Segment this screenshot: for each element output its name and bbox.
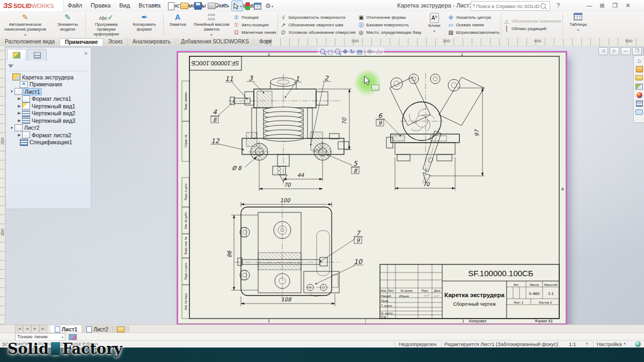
design-library-icon[interactable] bbox=[635, 74, 643, 82]
center-mark-button[interactable]: ⊕Указатель центра bbox=[447, 14, 499, 21]
auto-dimension-button[interactable]: ✎ Автоматическое нанесение размеров▾ bbox=[0, 12, 50, 38]
options-button[interactable]: ⚙︎▾ bbox=[264, 1, 275, 11]
help-search-box[interactable]: ? bbox=[471, 1, 550, 11]
doc-restore-icon[interactable]: ❐ bbox=[632, 47, 642, 55]
weld-symbol-button[interactable]: ↗Обозначение сварного шва bbox=[280, 21, 355, 28]
close-button[interactable]: ✕ bbox=[623, 1, 633, 10]
hatch-button[interactable]: ▨Штриховка/заполнить bbox=[447, 29, 499, 36]
hole-callout-button[interactable]: ∅Условное обозначение отверстия bbox=[280, 29, 355, 36]
print-button[interactable]: ▾ bbox=[206, 1, 219, 11]
hide-show-items-icon[interactable]: ◬▾ bbox=[376, 47, 382, 56]
tree-item-view2[interactable]: ▶ Чертежный вид2 bbox=[7, 110, 90, 117]
menu-view[interactable]: Вид bbox=[115, 0, 134, 11]
dim-side-height[interactable]: 97 bbox=[474, 129, 480, 136]
geometric-tolerance-button[interactable]: ▣Отклонение формы bbox=[357, 14, 421, 21]
tab-annotation[interactable]: Примечание bbox=[60, 38, 103, 46]
tab-view-layout[interactable]: Расположение вида bbox=[0, 38, 60, 46]
rebuild-button[interactable] bbox=[244, 1, 252, 11]
prev-sheet-icon[interactable]: ◀ bbox=[23, 325, 31, 333]
tree-item-bom[interactable]: Спецификация1 bbox=[7, 139, 90, 146]
view-settings-eye-icon[interactable]: ◉▾ bbox=[367, 47, 374, 56]
balloon-11[interactable]: 11 bbox=[225, 75, 233, 83]
format-painter-button[interactable]: ✒ Копировать формат bbox=[126, 12, 163, 38]
blocks-button[interactable]: A° Блоки▾ bbox=[422, 12, 446, 38]
tables-button[interactable]: Таблицы▾ bbox=[564, 12, 592, 38]
dim-bottom-100[interactable]: 100 bbox=[280, 197, 291, 203]
doc-minimize-icon[interactable]: — bbox=[621, 47, 631, 55]
custom-properties-icon[interactable] bbox=[635, 100, 643, 107]
last-sheet-icon[interactable]: ▶| bbox=[39, 325, 47, 333]
tree-item-view3[interactable]: ▶ Чертежный вид3 bbox=[7, 117, 90, 124]
zoom-area-icon[interactable]: ▢ bbox=[327, 48, 333, 55]
first-sheet-icon[interactable]: |◀ bbox=[15, 325, 23, 333]
resources-icon[interactable] bbox=[635, 65, 643, 73]
save-button[interactable]: ▾ bbox=[193, 1, 206, 11]
globe-icon[interactable] bbox=[635, 341, 641, 347]
status-settings[interactable]: Настройка bbox=[597, 341, 622, 347]
panel-expand-chevron[interactable]: > bbox=[84, 50, 87, 56]
linear-note-pattern-button[interactable]: AAAAAA Линейный массив заметок▾ bbox=[191, 12, 232, 38]
dim-front-44[interactable]: 44 bbox=[297, 172, 304, 178]
tree-item-annotations[interactable]: Примечания bbox=[7, 81, 90, 88]
minimize-button[interactable]: — bbox=[584, 1, 595, 10]
menu-insert[interactable]: Вставка bbox=[134, 0, 165, 11]
feature-tree-tab[interactable] bbox=[7, 49, 26, 61]
tree-item-view1[interactable]: ▶ Чертежный вид1 bbox=[7, 102, 90, 110]
side-dimensions[interactable]: 97 70 bbox=[395, 88, 485, 190]
balloon-button[interactable]: ①Позиция bbox=[233, 14, 276, 21]
balloon-6[interactable]: 6 bbox=[378, 112, 383, 120]
balloon-3[interactable]: 3 bbox=[248, 75, 253, 82]
next-window-icon[interactable]: ▷ bbox=[610, 47, 619, 55]
dim-front-width[interactable]: 70 bbox=[284, 182, 291, 188]
scale-caret-icon[interactable]: ▴ bbox=[586, 341, 588, 345]
bottom-dimensions[interactable]: 100 86 108 bbox=[226, 197, 335, 306]
tree-item-sheet2[interactable]: ▼ Лист2 bbox=[7, 124, 90, 132]
centerline-button[interactable]: ▭Осевая линия bbox=[447, 21, 499, 28]
tree-item-sheet1[interactable]: ▼ Лист1 bbox=[7, 88, 90, 95]
zoom-fit-icon[interactable] bbox=[320, 49, 325, 54]
display-pane-tab[interactable] bbox=[27, 49, 47, 61]
revision-cloud-button[interactable]: Облако редакций bbox=[503, 25, 561, 32]
pan-icon[interactable]: ✥ bbox=[342, 48, 347, 55]
appearances-icon[interactable] bbox=[635, 91, 643, 99]
home-icon[interactable]: ⌂ bbox=[635, 57, 643, 64]
dim-front-hole[interactable]: Ø 8 bbox=[232, 165, 242, 171]
file-properties-button[interactable] bbox=[252, 1, 263, 11]
balloon-4[interactable]: 4 bbox=[213, 108, 217, 116]
title-block[interactable]: SF.100000.100СБ Каретка экструдера Сборо… bbox=[380, 264, 559, 323]
tab-evaluate[interactable]: Анализировать bbox=[128, 38, 176, 46]
note-button[interactable]: A Заметка bbox=[164, 12, 191, 38]
next-sheet-icon[interactable]: ▶ bbox=[31, 325, 39, 333]
collapse-arrow-icon[interactable]: ▼ bbox=[9, 126, 14, 130]
menu-file[interactable]: Файл bbox=[63, 0, 86, 11]
balloon-10[interactable]: 10 bbox=[354, 258, 363, 265]
search-icon[interactable] bbox=[540, 3, 546, 9]
settings-caret-icon[interactable]: ▴ bbox=[624, 341, 626, 345]
search-input[interactable] bbox=[475, 3, 540, 10]
balloon-5[interactable]: 5 bbox=[353, 160, 358, 167]
new-document-button[interactable]: ▾ bbox=[166, 1, 178, 11]
expand-arrow-icon[interactable]: ▶ bbox=[17, 97, 22, 101]
sheet-properties-icon[interactable]: ▤ bbox=[357, 48, 362, 55]
auto-balloon-button[interactable]: ①Авто-позиция bbox=[233, 21, 276, 28]
expand-arrow-icon[interactable]: ▶ bbox=[17, 104, 22, 108]
status-scale[interactable]: 1:1 bbox=[569, 341, 576, 347]
prev-window-icon[interactable]: ◁ bbox=[598, 47, 608, 55]
balloon-2[interactable]: 2 bbox=[324, 75, 329, 82]
menu-edit[interactable]: Правка bbox=[86, 0, 115, 11]
balloon-12[interactable]: 12 bbox=[211, 137, 220, 145]
tree-item-sheet-format2[interactable]: ▶ Формат листа2 bbox=[7, 131, 90, 139]
model-items-button[interactable]: ✎ Элементы модели bbox=[50, 12, 85, 38]
tree-root-assembly[interactable]: Каретка экструдера bbox=[7, 73, 90, 81]
restore-button[interactable]: ❐ bbox=[610, 1, 620, 10]
help-button[interactable]: ? bbox=[553, 1, 564, 10]
forum-icon[interactable] bbox=[635, 108, 643, 116]
rotate-view-icon[interactable]: ↻ bbox=[350, 48, 355, 55]
dim-bottom-108[interactable]: 108 bbox=[281, 297, 292, 302]
datum-feature-button[interactable]: ⒶБазовая поверхность bbox=[357, 21, 421, 28]
open-button[interactable]: ▾ bbox=[179, 1, 192, 11]
expand-arrow-icon[interactable]: ▶ bbox=[17, 111, 22, 115]
zoom-in-out-icon[interactable] bbox=[335, 49, 340, 54]
dim-side-width[interactable]: 70 bbox=[423, 181, 430, 187]
tree-item-sheet-format1[interactable]: ▶ Формат листа1 bbox=[7, 95, 90, 103]
